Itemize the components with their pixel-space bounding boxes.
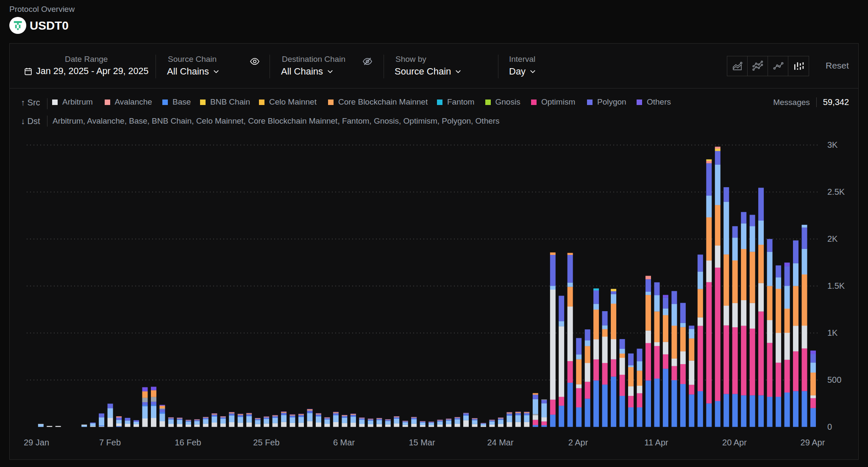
svg-text:1K: 1K [827, 328, 838, 337]
svg-text:24 Mar: 24 Mar [487, 438, 514, 447]
svg-text:6 Mar: 6 Mar [333, 438, 355, 447]
svg-text:500: 500 [827, 375, 841, 384]
svg-text:25 Feb: 25 Feb [253, 438, 279, 447]
svg-text:2K: 2K [827, 234, 838, 243]
svg-text:0: 0 [827, 422, 832, 431]
svg-text:11 Apr: 11 Apr [644, 438, 668, 447]
svg-text:3K: 3K [827, 140, 838, 149]
svg-text:2 Apr: 2 Apr [568, 438, 588, 447]
svg-text:15 Mar: 15 Mar [409, 438, 435, 447]
svg-text:7 Feb: 7 Feb [99, 438, 121, 447]
svg-text:16 Feb: 16 Feb [175, 438, 201, 447]
svg-text:29 Jan: 29 Jan [24, 438, 49, 447]
svg-text:20 Apr: 20 Apr [722, 438, 747, 447]
svg-text:29 Apr: 29 Apr [801, 438, 825, 447]
svg-text:1.5K: 1.5K [827, 281, 845, 290]
svg-text:2.5K: 2.5K [827, 187, 845, 196]
